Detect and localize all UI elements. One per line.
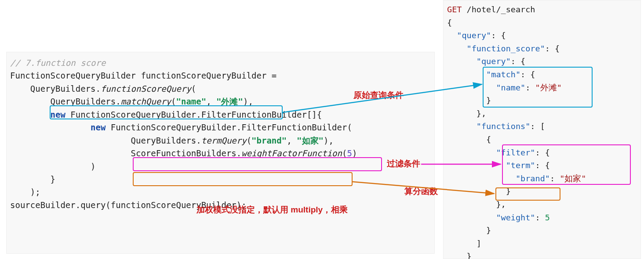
annotation-filter: 过滤条件 xyxy=(387,157,420,170)
annotation-score-func: 算分函数 xyxy=(404,185,438,198)
diagram-stage: // 7.function score FunctionScoreQueryBu… xyxy=(0,0,644,259)
es-query-json: GET /hotel/_search { "query": { "functio… xyxy=(447,3,637,259)
java-code-panel: // 7.function score FunctionScoreQueryBu… xyxy=(6,52,435,254)
code-comment: // 7.function score xyxy=(10,58,106,68)
java-code: // 7.function score FunctionScoreQueryBu… xyxy=(10,57,430,212)
es-query-panel: GET /hotel/_search { "query": { "functio… xyxy=(443,0,641,259)
annotation-multiply-note: 加权模式没指定，默认用 multiply，相乘 xyxy=(196,203,348,216)
annotation-original-query: 原始查询条件 xyxy=(353,89,404,101)
